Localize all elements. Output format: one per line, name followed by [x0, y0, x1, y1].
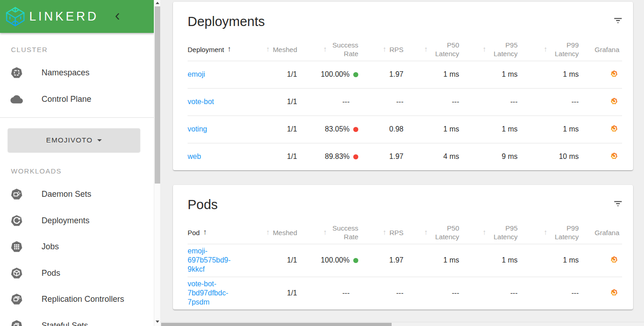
success-rate-dot	[353, 72, 358, 77]
column-label: Success Rate	[330, 224, 358, 241]
p95-latency-value: 1 ms	[459, 61, 518, 88]
column-header-p95[interactable]: ↑P95 Latency	[459, 29, 518, 61]
sidebar-item-pods[interactable]: Pods	[0, 260, 154, 287]
deployment-link[interactable]: web	[188, 152, 201, 160]
scroll-down-button[interactable]	[156, 321, 159, 323]
statefulset-icon	[10, 320, 23, 326]
column-header-success[interactable]: ↑Success Rate	[297, 212, 358, 244]
column-label: P99 Latency	[550, 224, 579, 241]
sidebar-scrollbar	[154, 0, 160, 326]
sort-arrow-icon: ↑	[482, 45, 486, 53]
p95-latency-value: ---	[459, 277, 518, 310]
p50-latency-value: 1 ms	[403, 61, 459, 88]
column-label: P99 Latency	[550, 41, 579, 58]
column-label: Success Rate	[330, 41, 358, 58]
column-header-rps[interactable]: ↑RPS	[358, 29, 403, 61]
sidebar-collapse-button[interactable]	[112, 11, 122, 21]
sort-arrow-icon: ↑	[323, 45, 327, 53]
sidebar-scrollbar-thumb[interactable]	[155, 6, 160, 184]
column-header-name[interactable]: Deployment↑	[188, 29, 261, 61]
pod-icon	[10, 267, 23, 279]
column-header-name[interactable]: Pod↑	[188, 212, 261, 244]
column-header-p50[interactable]: ↑P50 Latency	[403, 212, 459, 244]
pod-link[interactable]: emoji-697b575bd9-9kkcf	[188, 247, 239, 274]
deployments-card: Deployments Deployment↑ ↑Meshed ↑Success…	[173, 2, 633, 170]
scroll-up-button[interactable]	[156, 2, 159, 4]
meshed-value: 1/1	[261, 277, 297, 310]
replication-controller-icon	[10, 293, 23, 305]
column-header-rps[interactable]: ↑RPS	[358, 212, 403, 244]
sidebar-item-control-plane[interactable]: Control Plane	[0, 86, 154, 113]
sidebar-item-daemon-sets[interactable]: Daemon Sets	[0, 181, 154, 208]
sidebar-item-label: Deployments	[42, 216, 89, 226]
linkerd-logo-icon[interactable]	[5, 6, 26, 27]
success-rate-dot	[353, 127, 358, 132]
deployments-card-title: Deployments	[188, 14, 265, 29]
sidebar-item-stateful-sets[interactable]: Stateful Sets	[0, 313, 154, 326]
success-rate-value: 100.00%	[321, 70, 350, 79]
column-header-success[interactable]: ↑Success Rate	[297, 29, 358, 61]
deployment-link[interactable]: emoji	[188, 70, 205, 78]
sort-arrow-icon: ↑	[382, 45, 386, 53]
grafana-icon[interactable]	[610, 255, 618, 266]
namespace-selector-button[interactable]: EMOJIVOTO	[8, 128, 140, 152]
namespaces-icon	[10, 67, 23, 79]
table-row: web 1/1 89.83% 1.97 4 ms 9 ms 10 ms	[188, 143, 622, 170]
pod-link[interactable]: vote-bot-7bd97dfbdc-7psdm	[188, 279, 239, 307]
column-header-p50[interactable]: ↑P50 Latency	[403, 29, 459, 61]
column-label: Deployment	[188, 46, 224, 53]
sort-arrow-icon: ↑	[544, 228, 547, 237]
horizontal-scrollbar-thumb[interactable]	[161, 323, 392, 326]
sidebar-item-label: Replication Controllers	[42, 294, 124, 304]
app-header: LINKERD	[0, 0, 154, 33]
column-header-p95[interactable]: ↑P95 Latency	[459, 212, 518, 244]
namespace-selector-label: EMOJIVOTO	[46, 136, 93, 144]
workloads-section-label: WORKLOADS	[11, 167, 154, 175]
p95-latency-value: ---	[459, 88, 518, 116]
sort-arrow-icon: ↑	[382, 228, 386, 237]
sidebar-item-deployments[interactable]: Deployments	[0, 208, 154, 234]
cluster-section-label: CLUSTER	[11, 46, 154, 53]
deployment-link[interactable]: voting	[188, 125, 207, 133]
cloud-icon	[10, 93, 23, 105]
grafana-icon[interactable]	[610, 69, 618, 80]
column-label: Meshed	[273, 46, 297, 53]
daemonset-icon	[10, 188, 23, 200]
sort-arrow-icon: ↑	[203, 228, 207, 237]
column-header-p99[interactable]: ↑P99 Latency	[518, 212, 579, 244]
grafana-icon[interactable]	[610, 97, 618, 107]
rps-value: 1.97	[358, 244, 403, 277]
success-rate-value: ---	[342, 98, 350, 106]
sort-arrow-icon: ↑	[424, 45, 428, 53]
sort-arrow-icon: ↑	[544, 45, 547, 53]
pods-card-title: Pods	[188, 197, 218, 212]
table-row: vote-bot 1/1 --- --- --- --- ---	[188, 88, 622, 116]
sidebar-item-namespaces[interactable]: Namespaces	[0, 60, 154, 86]
sidebar-item-replication-controllers[interactable]: Replication Controllers	[0, 286, 154, 313]
sidebar-item-label: Namespaces	[42, 68, 89, 78]
p50-latency-value: 1 ms	[403, 244, 459, 277]
column-header-p99[interactable]: ↑P99 Latency	[518, 29, 579, 61]
sidebar-item-jobs[interactable]: Jobs	[0, 234, 154, 260]
horizontal-scrollbar	[160, 322, 644, 326]
column-header-grafana: Grafana	[579, 29, 622, 61]
rps-value: ---	[358, 88, 403, 116]
filter-icon[interactable]	[613, 199, 623, 210]
main-content: Deployments Deployment↑ ↑Meshed ↑Success…	[160, 0, 644, 326]
deployments-table: Deployment↑ ↑Meshed ↑Success Rate ↑RPS ↑…	[188, 29, 622, 170]
column-label: P95 Latency	[489, 41, 518, 58]
deployment-link[interactable]: vote-bot	[188, 98, 214, 105]
sort-arrow-icon: ↑	[227, 45, 231, 54]
column-label: RPS	[389, 46, 403, 53]
grafana-icon[interactable]	[610, 152, 618, 162]
filter-icon[interactable]	[613, 16, 623, 27]
pods-table: Pod↑ ↑Meshed ↑Success Rate ↑RPS ↑P50 Lat…	[188, 212, 622, 310]
column-header-meshed[interactable]: ↑Meshed	[261, 29, 297, 61]
grafana-icon[interactable]	[610, 288, 618, 299]
grafana-icon[interactable]	[610, 124, 618, 135]
column-header-meshed[interactable]: ↑Meshed	[261, 212, 297, 244]
column-label: P50 Latency	[431, 224, 459, 241]
sort-arrow-icon: ↑	[266, 45, 270, 53]
rps-value: ---	[358, 277, 403, 310]
column-label: Pod	[188, 229, 200, 237]
